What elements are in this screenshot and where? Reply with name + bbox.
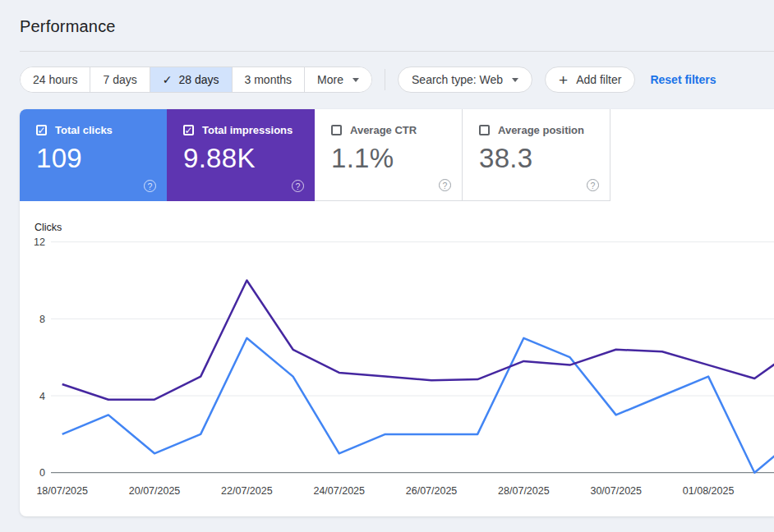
date-range-group: 24 hours7 days✓28 days3 monthsMore <box>20 66 372 93</box>
y-tick-label: 8 <box>39 314 45 325</box>
impressions-line <box>62 281 774 400</box>
metric-card-total-impressions[interactable]: ✓Total impressions9.88K? <box>167 109 315 201</box>
x-tick-label: 30/07/2025 <box>590 485 642 497</box>
card-label: Total clicks <box>55 124 113 136</box>
card-label-row: Average CTR <box>331 124 462 136</box>
date-range-28-days[interactable]: ✓28 days <box>150 67 232 92</box>
date-range-label: 24 hours <box>33 73 77 86</box>
card-label: Average CTR <box>350 124 417 136</box>
search-type-label: Search type: Web <box>412 73 503 86</box>
card-label-row: Average position <box>479 124 610 136</box>
card-value: 9.88K <box>183 143 315 174</box>
date-range-label: 28 days <box>178 73 219 86</box>
metric-cards-row: ✓Total clicks109?✓Total impressions9.88K… <box>20 109 774 201</box>
x-tick-label: 26/07/2025 <box>406 485 458 497</box>
date-range-24-hours[interactable]: 24 hours <box>21 67 90 92</box>
y-tick-label: 12 <box>34 236 45 248</box>
reset-filters-link[interactable]: Reset filters <box>650 73 716 86</box>
card-value: 38.3 <box>479 143 610 174</box>
card-label: Total impressions <box>202 124 293 136</box>
add-filter-label: Add filter <box>576 73 621 86</box>
y-tick-label: 4 <box>39 391 45 402</box>
date-range-label: 3 months <box>245 73 293 86</box>
x-tick-label: 18/07/2025 <box>36 485 88 497</box>
x-tick-label: 24/07/2025 <box>313 485 365 497</box>
card-label: Average position <box>498 124 584 136</box>
card-value: 1.1% <box>331 143 462 174</box>
help-icon[interactable]: ? <box>587 179 599 191</box>
metric-card-average-ctr[interactable]: Average CTR1.1%? <box>315 109 463 201</box>
total-clicks-checkbox[interactable]: ✓ <box>36 125 47 135</box>
chevron-down-icon <box>512 78 518 82</box>
x-tick-label: 28/07/2025 <box>498 485 550 497</box>
date-range-label: More <box>317 73 343 86</box>
average-ctr-checkbox[interactable] <box>331 125 342 135</box>
metric-card-total-clicks[interactable]: ✓Total clicks109? <box>20 109 167 201</box>
help-icon[interactable]: ? <box>144 180 156 192</box>
search-type-dropdown[interactable]: Search type: Web <box>398 66 532 93</box>
add-filter-button[interactable]: + Add filter <box>545 66 635 93</box>
page-title: Performance <box>20 17 116 36</box>
x-tick-label: 01/08/2025 <box>683 485 735 497</box>
total-impressions-checkbox[interactable]: ✓ <box>183 125 194 135</box>
average-position-checkbox[interactable] <box>479 125 490 135</box>
filter-toolbar: 24 hours7 days✓28 days3 monthsMore Searc… <box>20 66 716 93</box>
checkmark-icon: ✓ <box>163 73 173 86</box>
help-icon[interactable]: ? <box>292 180 304 192</box>
toolbar-divider <box>385 69 385 90</box>
chart-canvas[interactable]: 1284018/07/202520/07/202522/07/202524/07… <box>20 201 774 516</box>
x-tick-label: 22/07/2025 <box>221 485 273 497</box>
date-range-3-months[interactable]: 3 months <box>232 67 305 92</box>
help-icon[interactable]: ? <box>439 179 451 191</box>
metric-card-average-position[interactable]: Average position38.3? <box>463 109 610 201</box>
card-label-row: ✓Total impressions <box>183 124 315 136</box>
date-range-label: 7 days <box>103 73 136 86</box>
date-range-7-days[interactable]: 7 days <box>90 67 149 92</box>
card-label-row: ✓Total clicks <box>36 124 167 136</box>
y-tick-label: 0 <box>39 467 45 479</box>
plus-icon: + <box>559 72 568 88</box>
chevron-down-icon <box>352 78 359 82</box>
card-value: 109 <box>36 143 167 174</box>
report-panel: ✓Total clicks109?✓Total impressions9.88K… <box>20 109 774 516</box>
performance-chart[interactable]: Clicks 1284018/07/202520/07/202522/07/20… <box>20 201 774 516</box>
clicks-line <box>62 338 774 473</box>
date-range-more[interactable]: More <box>304 67 371 92</box>
title-divider <box>20 51 774 52</box>
x-tick-label: 20/07/2025 <box>129 485 181 497</box>
